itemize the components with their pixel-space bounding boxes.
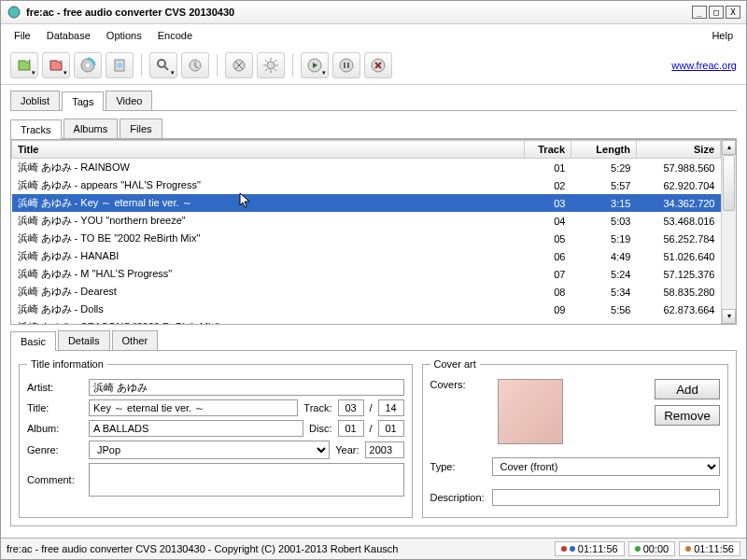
- menu-file[interactable]: File: [7, 27, 38, 44]
- minimize-button[interactable]: _: [692, 6, 707, 19]
- cell-length: 4:20: [571, 318, 637, 325]
- tab-files[interactable]: Files: [120, 119, 162, 138]
- album-label: Album:: [27, 423, 83, 434]
- scroll-thumb[interactable]: [723, 155, 735, 211]
- title-input[interactable]: [89, 399, 298, 416]
- col-size[interactable]: Size: [637, 141, 721, 159]
- cover-art-group: Cover art Covers: Add Remove: [422, 358, 728, 518]
- track-input[interactable]: [338, 399, 364, 416]
- table-row[interactable]: 浜崎 あゆみ - TO BE "2002 ReBirth Mix"055:195…: [12, 230, 721, 247]
- cell-title: 浜崎 あゆみ - appears "HΛL'S Progress": [12, 176, 525, 194]
- cell-title: 浜崎 あゆみ - Dolls: [12, 301, 525, 318]
- table-row[interactable]: 浜崎 あゆみ - SEASONS "2003 ReBirth Mix"104:2…: [12, 318, 721, 325]
- disc-input[interactable]: [338, 420, 364, 437]
- submit-button[interactable]: [181, 52, 209, 78]
- tab-details[interactable]: Details: [58, 330, 110, 350]
- add-cover-button[interactable]: Add: [655, 379, 720, 399]
- year-input[interactable]: [365, 441, 404, 458]
- cell-length: 4:49: [571, 247, 637, 265]
- menu-database[interactable]: Database: [39, 27, 98, 44]
- cell-track: 01: [525, 159, 571, 177]
- scroll-up-button[interactable]: ▴: [722, 140, 736, 155]
- cell-length: 5:19: [571, 230, 637, 247]
- tab-joblist[interactable]: Joblist: [10, 91, 60, 110]
- tab-tags[interactable]: Tags: [62, 91, 104, 111]
- settings-button[interactable]: [225, 52, 253, 78]
- disc-total-input[interactable]: [378, 420, 404, 437]
- cd-button[interactable]: [74, 52, 102, 78]
- table-row[interactable]: 浜崎 あゆみ - appears "HΛL'S Progress"025:576…: [12, 176, 721, 194]
- maximize-button[interactable]: □: [709, 6, 724, 19]
- cell-size: 34.362.720: [637, 194, 721, 212]
- tab-basic[interactable]: Basic: [10, 331, 56, 351]
- cover-type-select[interactable]: Cover (front): [492, 457, 720, 476]
- search-button[interactable]: [149, 52, 177, 78]
- table-row[interactable]: 浜崎 あゆみ - YOU "northern breeze"045:0353.4…: [12, 212, 721, 230]
- genre-label: Genre:: [27, 444, 83, 455]
- stop-button[interactable]: [364, 52, 392, 78]
- remove-cover-button[interactable]: Remove: [655, 405, 720, 426]
- menu-options[interactable]: Options: [99, 27, 149, 44]
- status-text: fre:ac - free audio converter CVS 201304…: [7, 543, 398, 554]
- track-total-input[interactable]: [378, 399, 404, 416]
- svg-point-15: [340, 59, 353, 72]
- status-time-2: 00:00: [628, 541, 676, 556]
- year-label: Year:: [335, 444, 359, 455]
- tab-other[interactable]: Other: [112, 330, 159, 350]
- tab-video[interactable]: Video: [106, 91, 152, 110]
- title-label: Title:: [27, 402, 83, 413]
- table-row[interactable]: 浜崎 あゆみ - Dearest085:3458.835.280: [12, 283, 721, 301]
- cell-title: 浜崎 あゆみ - Key ～ eternal tie ver. ～: [12, 194, 525, 212]
- cover-thumbnail[interactable]: [498, 379, 563, 444]
- table-row[interactable]: 浜崎 あゆみ - M "HΛL'S Progress"075:2457.125.…: [12, 265, 721, 283]
- app-icon: [7, 5, 21, 20]
- comment-input[interactable]: [89, 463, 404, 497]
- svg-point-4: [86, 63, 90, 67]
- cell-title: 浜崎 あゆみ - Dearest: [12, 283, 525, 301]
- cell-title: 浜崎 あゆみ - SEASONS "2003 ReBirth Mix": [12, 318, 525, 325]
- table-row[interactable]: 浜崎 あゆみ - HANABI064:4951.026.640: [12, 247, 721, 265]
- scroll-down-button[interactable]: ▾: [722, 309, 736, 324]
- artist-input[interactable]: [89, 379, 404, 396]
- cell-length: 5:57: [571, 176, 637, 194]
- disc-label: Disc:: [309, 423, 331, 434]
- table-row[interactable]: 浜崎 あゆみ - RAINBOW015:2957.988.560: [12, 159, 721, 177]
- cover-desc-input[interactable]: [492, 489, 720, 506]
- cell-size: 51.026.640: [637, 247, 721, 265]
- menu-encode[interactable]: Encode: [150, 27, 200, 44]
- cell-size: 45.899.280: [637, 318, 721, 325]
- cell-track: 05: [525, 230, 571, 247]
- col-title[interactable]: Title: [12, 141, 525, 159]
- tab-albums[interactable]: Albums: [63, 119, 119, 138]
- remove-files-button[interactable]: −: [42, 52, 70, 78]
- config-button[interactable]: [257, 52, 285, 78]
- pause-button[interactable]: [332, 52, 360, 78]
- svg-point-6: [117, 63, 122, 68]
- cell-title: 浜崎 あゆみ - TO BE "2002 ReBirth Mix": [12, 230, 525, 247]
- close-button[interactable]: X: [726, 6, 740, 19]
- svg-point-0: [8, 7, 20, 18]
- cddb-button[interactable]: [106, 52, 134, 78]
- table-row[interactable]: 浜崎 あゆみ - Dolls095:5662.873.664: [12, 301, 721, 318]
- svg-point-7: [158, 60, 165, 67]
- add-files-button[interactable]: +: [10, 52, 38, 78]
- col-length[interactable]: Length: [571, 141, 637, 159]
- tracks-table[interactable]: Title Track Length Size 浜崎 あゆみ - RAINBOW…: [11, 140, 721, 325]
- play-button[interactable]: [301, 52, 329, 78]
- menu-help[interactable]: Help: [704, 27, 740, 44]
- website-link[interactable]: www.freac.org: [671, 60, 737, 71]
- col-track[interactable]: Track: [525, 141, 571, 159]
- covers-label: Covers:: [430, 379, 486, 390]
- cell-size: 57.988.560: [637, 159, 721, 177]
- table-row[interactable]: 浜崎 あゆみ - Key ～ eternal tie ver. ～033:153…: [12, 194, 721, 212]
- cell-length: 5:34: [571, 283, 637, 301]
- tab-tracks[interactable]: Tracks: [10, 119, 62, 139]
- svg-text:−: −: [59, 57, 63, 65]
- svg-rect-17: [347, 63, 349, 68]
- status-time-3: 01:11:56: [679, 541, 740, 556]
- genre-select[interactable]: JPop: [89, 441, 330, 459]
- vertical-scrollbar[interactable]: ▴ ▾: [721, 140, 736, 324]
- album-input[interactable]: [89, 420, 303, 437]
- svg-point-13: [267, 62, 275, 69]
- cell-track: 09: [525, 301, 571, 318]
